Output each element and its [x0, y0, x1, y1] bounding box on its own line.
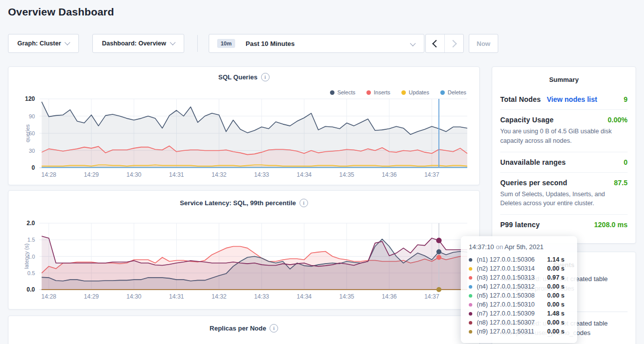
tooltip-row: (n4) 127.0.0.1:503120.00 s — [469, 282, 569, 291]
summary-row-total-nodes: Total Nodes View nodes list 9 — [500, 89, 628, 110]
info-icon[interactable]: i — [270, 324, 278, 333]
unavailable-ranges-value: 0 — [624, 158, 628, 166]
svg-text:14:29: 14:29 — [84, 293, 99, 300]
node-address: (n8) 127.0.0.1:50307 — [477, 319, 535, 326]
summary-panel: Summary Total Nodes View nodes list 9 Ca… — [492, 66, 636, 244]
node-address: (n2) 127.0.0.1:50314 — [477, 265, 535, 272]
node-color-dot — [469, 267, 472, 271]
control-bar-divider — [197, 35, 198, 52]
service-latency-chart-canvas[interactable]: 14:2814:2914:3014:3114:3214:3314:3414:35… — [8, 191, 479, 309]
svg-text:14:34: 14:34 — [297, 171, 312, 178]
node-latency-value: 0.00 s — [547, 301, 569, 308]
replicas-per-node-chart-card: Replicas per Node i — [8, 316, 480, 344]
next-time-button[interactable] — [445, 34, 463, 52]
p99-latency-value: 1208.0 ms — [594, 221, 628, 229]
summary-row-qps: Queries per second 87.5 Sum of Selects, … — [500, 173, 628, 215]
node-color-dot — [469, 321, 472, 325]
view-nodes-list-link[interactable]: View nodes list — [547, 95, 597, 103]
svg-text:14:29: 14:29 — [84, 171, 99, 178]
prev-time-button[interactable] — [426, 34, 445, 52]
svg-text:14:28: 14:28 — [41, 171, 56, 178]
node-address: (n1) 127.0.0.1:50306 — [477, 256, 535, 263]
total-nodes-label: Total Nodes — [500, 95, 541, 103]
tooltip-row: (n8) 127.0.0.1:503070.00 s — [469, 318, 569, 327]
tooltip-row: (n9) 127.0.0.1:503110.00 s — [469, 327, 569, 336]
svg-text:14:31: 14:31 — [169, 171, 184, 178]
overview-dashboard-page: Overview Dashboard Graph: Cluster Dashbo… — [0, 0, 644, 344]
node-color-dot — [469, 294, 472, 298]
node-color-dot — [469, 258, 472, 262]
graph-dropdown-label: Graph: Cluster — [17, 40, 61, 47]
svg-text:90: 90 — [29, 113, 35, 119]
chart-title: Replicas per Node — [210, 325, 266, 332]
service-latency-chart-card: Service Latency: SQL, 99th percentile i … — [8, 190, 480, 310]
node-color-dot — [469, 330, 472, 334]
svg-text:120: 120 — [25, 95, 35, 102]
svg-text:14:35: 14:35 — [339, 171, 354, 178]
node-latency-value: 1.14 s — [547, 256, 569, 263]
chevron-left-icon — [432, 39, 440, 47]
svg-text:1.5: 1.5 — [27, 237, 35, 243]
node-latency-value: 0.00 s — [547, 283, 569, 290]
time-step-buttons — [425, 34, 464, 53]
capacity-value: 0.00% — [608, 116, 628, 124]
graph-dropdown[interactable]: Graph: Cluster — [8, 34, 79, 53]
tooltip-row: (n3) 127.0.0.1:503130.97 s — [469, 273, 569, 282]
node-address: (n9) 127.0.0.1:50311 — [477, 328, 534, 335]
svg-text:14:30: 14:30 — [126, 293, 141, 300]
time-range-dropdown[interactable]: 10m Past 10 Minutes — [209, 34, 424, 53]
node-color-dot — [469, 285, 472, 289]
capacity-label: Capacity Usage — [500, 116, 554, 124]
node-color-dot — [469, 312, 472, 316]
node-latency-value: 0.00 s — [547, 265, 569, 272]
svg-text:14:32: 14:32 — [212, 171, 227, 178]
chevron-down-icon — [170, 39, 175, 45]
svg-text:14:37: 14:37 — [424, 293, 439, 300]
node-address: (n6) 127.0.0.1:50310 — [477, 301, 535, 308]
tooltip-timestamp: 14:37:10 on Apr 5th, 2021 — [469, 243, 569, 251]
svg-text:30: 30 — [29, 148, 35, 154]
svg-text:14:37: 14:37 — [424, 171, 439, 178]
p99-latency-label: P99 latency — [500, 221, 540, 229]
node-latency-value: 0.00 s — [547, 292, 569, 299]
replicas-chart-title-row: Replicas per Node i — [8, 324, 479, 333]
tooltip-row: (n6) 127.0.0.1:503100.00 s — [469, 300, 569, 309]
svg-text:0.5: 0.5 — [27, 270, 35, 276]
qps-desc: Sum of Selects, Updates, Inserts, and De… — [500, 190, 628, 209]
svg-text:0.0: 0.0 — [26, 286, 35, 293]
node-address: (n7) 127.0.0.1:50309 — [477, 310, 535, 317]
total-nodes-value: 9 — [624, 95, 628, 103]
svg-text:14:35: 14:35 — [339, 293, 354, 300]
time-range-label: Past 10 Minutes — [246, 40, 295, 47]
svg-text:2.0: 2.0 — [26, 220, 35, 227]
now-button[interactable]: Now — [469, 34, 498, 53]
tooltip-row: (n2) 127.0.0.1:503140.00 s — [469, 264, 569, 273]
svg-text:14:36: 14:36 — [382, 171, 397, 178]
sql-queries-chart-canvas[interactable]: 14:2814:2914:3014:3114:3214:3314:3414:35… — [8, 67, 479, 185]
svg-text:14:34: 14:34 — [297, 293, 312, 300]
dashboard-dropdown[interactable]: Dashboard: Overview — [92, 34, 184, 53]
sql-queries-chart-card: SQL Queries i SelectsInsertsUpdatesDelet… — [8, 66, 480, 185]
svg-text:14:30: 14:30 — [126, 171, 141, 178]
svg-text:14:32: 14:32 — [212, 293, 227, 300]
svg-text:14:33: 14:33 — [254, 293, 269, 300]
page-title: Overview Dashboard — [8, 6, 114, 18]
node-color-dot — [469, 303, 472, 307]
node-address: (n4) 127.0.0.1:50312 — [477, 283, 535, 290]
node-latency-value: 0.00 s — [547, 319, 569, 326]
chevron-right-icon — [449, 39, 457, 47]
unavailable-ranges-label: Unavailable ranges — [500, 158, 566, 166]
svg-text:14:28: 14:28 — [41, 293, 56, 300]
tooltip-row: (n5) 127.0.0.1:503080.00 s — [469, 291, 569, 300]
qps-value: 87.5 — [614, 179, 628, 187]
summary-row-p99: P99 latency 1208.0 ms — [500, 215, 628, 235]
node-latency-value: 1.48 s — [547, 310, 569, 317]
time-range-badge: 10m — [217, 39, 235, 48]
capacity-desc: You are using 0 B of 4.5 GiB usable disk… — [500, 127, 628, 146]
tooltip-row: (n1) 127.0.0.1:503061.14 s — [469, 255, 569, 264]
svg-text:14:36: 14:36 — [382, 293, 397, 300]
svg-text:1.0: 1.0 — [27, 254, 35, 260]
summary-row-capacity: Capacity Usage 0.00% You are using 0 B o… — [500, 110, 628, 152]
summary-title: Summary — [500, 76, 628, 83]
qps-label: Queries per second — [500, 179, 567, 187]
